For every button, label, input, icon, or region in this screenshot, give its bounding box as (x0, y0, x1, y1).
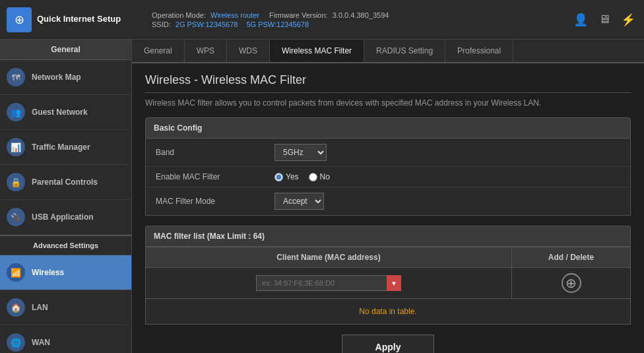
sidebar-label-usb-application: USB Application (32, 212, 94, 222)
enable-mac-filter-label: Enable MAC Filter (156, 172, 274, 181)
usb-application-icon: 🔌 (7, 208, 25, 226)
person-icon[interactable]: 👤 (571, 11, 590, 29)
quick-setup-icon: ⊕ (7, 7, 32, 32)
traffic-manager-icon: 📊 (7, 138, 25, 156)
enable-mac-yes-radio[interactable]: Yes (274, 172, 299, 181)
sidebar-label-traffic-manager: Traffic Manager (32, 143, 90, 152)
firmware-value: 3.0.0.4.380_3594 (333, 11, 389, 19)
apply-button[interactable]: Apply (342, 335, 435, 353)
operation-mode-value[interactable]: Wireless router (210, 11, 259, 19)
network-map-icon: 🗺 (7, 68, 25, 86)
sidebar-label-lan: LAN (32, 303, 48, 312)
operation-mode-label: Operation Mode: (152, 11, 206, 19)
sidebar-label-guest-network: Guest Network (32, 108, 88, 117)
tab-professional[interactable]: Professional (445, 40, 513, 62)
enable-mac-no-radio[interactable]: No (309, 172, 330, 181)
mac-filter-mode-label: MAC Filter Mode (156, 197, 274, 206)
sidebar-general-title: General (0, 40, 131, 60)
col-add-delete: Add / Delete (512, 247, 631, 268)
usb-icon[interactable]: ⚡ (619, 11, 637, 29)
sidebar-item-usb-application[interactable]: 🔌 USB Application (0, 200, 131, 235)
sidebar-label-parental-controls: Parental Controls (32, 177, 98, 187)
band-select[interactable]: 2.4GHz 5GHz (274, 144, 327, 161)
lan-icon: 🏠 (7, 298, 25, 317)
parental-controls-icon: 🔒 (7, 173, 25, 191)
sidebar-item-parental-controls[interactable]: 🔒 Parental Controls (0, 165, 131, 200)
sidebar-advanced-title: Advanced Settings (0, 235, 131, 255)
ssid-2g[interactable]: 2G PSW:12345678 (176, 20, 238, 28)
sidebar-label-wan: WAN (32, 338, 50, 347)
sidebar-label-network-map: Network Map (32, 73, 81, 82)
wan-icon: 🌐 (7, 333, 25, 352)
sidebar-item-wan[interactable]: 🌐 WAN (0, 325, 131, 353)
sidebar-label-wireless: Wireless (32, 268, 64, 277)
ssid-5g[interactable]: 5G PSW:12345678 (246, 20, 309, 28)
tab-wds[interactable]: WDS (227, 40, 270, 62)
tab-wps[interactable]: WPS (185, 40, 227, 62)
tab-radius-setting[interactable]: RADIUS Setting (364, 40, 445, 62)
sidebar-item-guest-network[interactable]: 👥 Guest Network (0, 95, 131, 130)
band-label: Band (156, 148, 274, 157)
sidebar-item-network-map[interactable]: 🗺 Network Map (0, 60, 131, 95)
ssid-label: SSID: (152, 20, 171, 28)
tab-general[interactable]: General (132, 40, 185, 62)
mac-dropdown-button[interactable]: ▼ (387, 275, 401, 291)
wireless-icon: 📶 (7, 263, 25, 282)
mac-filter-list-section: MAC filter list (Max Limit : 64) Client … (145, 226, 631, 325)
quick-setup-label: Quick Internet Setup (37, 13, 121, 25)
firmware-label: Firmware Version: (269, 11, 328, 19)
mac-filter-mode-select[interactable]: Accept Reject (274, 193, 324, 210)
add-mac-button[interactable]: ⊕ (562, 273, 581, 293)
sidebar-item-traffic-manager[interactable]: 📊 Traffic Manager (0, 130, 131, 165)
tab-wireless-mac-filter[interactable]: Wireless MAC Filter (270, 40, 364, 62)
mac-filter-list-header: MAC filter list (Max Limit : 64) (145, 226, 631, 247)
basic-config-header: Basic Config (145, 117, 631, 139)
sidebar-item-wireless[interactable]: 📶 Wireless (0, 255, 131, 290)
sidebar-item-lan[interactable]: 🏠 LAN (0, 290, 131, 325)
no-data-text: No data in table. (359, 307, 416, 316)
col-client-name: Client Name (MAC address) (146, 247, 512, 268)
guest-network-icon: 👥 (7, 103, 25, 121)
mac-address-input[interactable] (256, 275, 401, 291)
page-description: Wireless MAC filter allows you to contro… (145, 98, 631, 108)
page-title: Wireless - Wireless MAC Filter (145, 73, 631, 93)
basic-config-section: Basic Config Band 2.4GHz 5GHz Enable MAC… (145, 117, 631, 216)
computer-icon[interactable]: 🖥 (595, 11, 614, 29)
